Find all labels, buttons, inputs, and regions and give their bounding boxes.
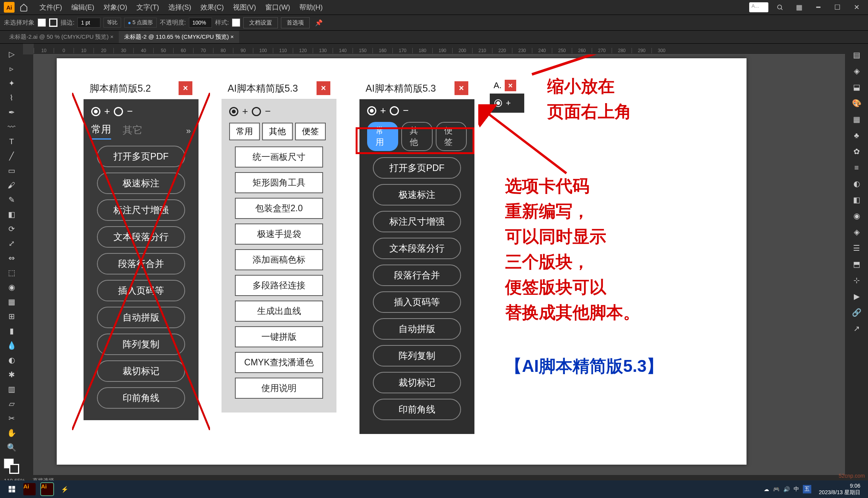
panel-mini-close[interactable]: × <box>505 80 516 91</box>
preferences-button[interactable]: 首选项 <box>281 17 310 28</box>
shaper-tool[interactable]: ✎ <box>2 192 21 207</box>
script-button[interactable]: 包装盒型2.0 <box>235 198 323 219</box>
magic-wand-tool[interactable]: ✦ <box>2 76 21 90</box>
width-tool[interactable]: ⇔ <box>2 251 21 265</box>
script-button[interactable]: 插入页码等 <box>373 291 461 313</box>
script-button[interactable]: CMYK查找潘通色 <box>235 352 323 373</box>
script-button[interactable]: 添加画稿色标 <box>235 249 323 270</box>
taskbar-ai-1[interactable]: Ai <box>21 482 38 496</box>
hand-tool[interactable]: ✋ <box>2 426 21 440</box>
panel-52-tab-common[interactable]: 常用 <box>91 123 111 140</box>
radio-icon[interactable] <box>114 107 123 116</box>
script-button[interactable]: 标注尺寸增强 <box>373 211 461 232</box>
panel-53d-close[interactable]: × <box>455 81 468 95</box>
lasso-tool[interactable]: ⌇ <box>2 90 21 105</box>
pen-tool[interactable]: ✒ <box>2 105 21 120</box>
artboard-tool[interactable]: ▱ <box>2 396 21 411</box>
canvas[interactable]: 脚本精简版5.2 × + − 常用 其它 » 打开多页PDF极速标注标注尺寸增强… <box>34 54 845 475</box>
script-button[interactable]: 印前角线 <box>373 399 461 420</box>
swatches-icon[interactable]: ▦ <box>847 111 866 127</box>
maximize-button[interactable]: ☐ <box>830 2 845 13</box>
panel-53l-tab-notes[interactable]: 便签 <box>295 123 326 140</box>
shape-builder-tool[interactable]: ◉ <box>2 280 21 294</box>
panel-53l-tab-other[interactable]: 其他 <box>262 123 293 140</box>
layers-icon[interactable]: ◈ <box>847 63 866 79</box>
tray-ime2-icon[interactable]: 五 <box>803 485 811 493</box>
expand-icon[interactable]: » <box>186 126 191 136</box>
menu-select[interactable]: 选择(S) <box>164 3 196 12</box>
gradient-icon[interactable]: ◐ <box>847 176 866 192</box>
panel-52-close[interactable]: × <box>179 81 192 95</box>
taskbar-app-3[interactable]: ⚡ <box>57 482 73 496</box>
menu-object[interactable]: 对象(O) <box>99 3 132 12</box>
script-button[interactable]: 自动拼版 <box>97 307 185 328</box>
script-button[interactable]: 文本段落分行 <box>97 226 185 248</box>
panel-53l-close[interactable]: × <box>317 81 330 95</box>
transform-icon[interactable]: ⊹ <box>847 272 866 288</box>
script-button[interactable]: 生成出血线 <box>235 301 323 322</box>
free-transform-tool[interactable]: ⬚ <box>2 265 21 280</box>
direct-selection-tool[interactable]: ▹ <box>2 61 21 76</box>
color-icon[interactable]: 🎨 <box>847 95 866 111</box>
script-button[interactable]: 印前角线 <box>97 387 185 409</box>
scale-tool[interactable]: ⤢ <box>2 236 21 251</box>
script-button[interactable]: 阵列复制 <box>373 345 461 367</box>
radio-icon[interactable] <box>252 107 261 116</box>
eyedropper-tool[interactable]: 💧 <box>2 338 21 353</box>
blend-tool[interactable]: ◐ <box>2 353 21 367</box>
menu-file[interactable]: 文件(F) <box>35 3 67 12</box>
menu-type[interactable]: 文字(T) <box>132 3 164 12</box>
script-button[interactable]: 自动拼版 <box>373 318 461 340</box>
pathfinder-icon[interactable]: ⬒ <box>847 256 866 272</box>
doc-tab-1[interactable]: 未标题-2.ai @ 50 % (CMYK/CPU 预览) × <box>4 31 119 43</box>
script-button[interactable]: 极速标注 <box>373 184 461 205</box>
rectangle-tool[interactable]: ▭ <box>2 163 21 178</box>
stroke-icon[interactable]: ≡ <box>847 159 866 176</box>
taskbar-ai-2[interactable]: Ai <box>39 482 55 496</box>
script-button[interactable]: 一键拼版 <box>235 326 323 347</box>
selection-tool[interactable]: ▷ <box>2 47 21 61</box>
actions-icon[interactable]: ▶ <box>847 288 866 304</box>
doc-setup-button[interactable]: 文档设置 <box>243 17 278 28</box>
script-button[interactable]: 段落行合并 <box>97 253 185 274</box>
doc-tab-2[interactable]: 未标题-2 @ 110.65 % (CMYK/CPU 预览) × <box>119 31 239 43</box>
appearance-icon[interactable]: ◉ <box>847 208 866 224</box>
gradient-tool[interactable]: ▮ <box>2 324 21 338</box>
pin-icon[interactable]: 📌 <box>315 19 323 26</box>
properties-icon[interactable]: ▤ <box>847 47 866 63</box>
tray-icon[interactable]: 🔊 <box>783 486 790 492</box>
menu-edit[interactable]: 编辑(E) <box>67 3 99 12</box>
start-button[interactable] <box>4 482 20 496</box>
system-clock[interactable]: 9:06 2023/8/13 星期日 <box>819 483 860 496</box>
mesh-tool[interactable]: ⊞ <box>2 309 21 324</box>
tray-ime-icon[interactable]: 中 <box>794 486 799 493</box>
menu-view[interactable]: 视图(V) <box>228 3 261 12</box>
align-icon[interactable]: ☰ <box>847 240 866 256</box>
search-input[interactable]: A... <box>749 2 768 12</box>
symbols-icon[interactable]: ✿ <box>847 143 866 159</box>
symbol-sprayer-tool[interactable]: ✱ <box>2 367 21 382</box>
home-icon[interactable] <box>18 2 29 13</box>
script-button[interactable]: 段落行合并 <box>373 265 461 286</box>
script-button[interactable]: 裁切标记 <box>97 360 185 382</box>
graph-tool[interactable]: ▥ <box>2 382 21 396</box>
stroke-weight-input[interactable] <box>77 18 100 28</box>
script-button[interactable]: 标注尺寸增强 <box>97 199 185 221</box>
script-button[interactable]: 使用说明 <box>235 378 323 399</box>
links-icon[interactable]: 🔗 <box>847 304 866 320</box>
libraries-icon[interactable]: ⬓ <box>847 79 866 95</box>
tray-icon[interactable]: 🎮 <box>773 486 779 492</box>
transparency-icon[interactable]: ◧ <box>847 192 866 208</box>
script-button[interactable]: 多段路径连接 <box>235 275 323 296</box>
uniform-dropdown[interactable]: 等比 <box>103 18 121 28</box>
graphic-styles-icon[interactable]: ◈ <box>847 224 866 240</box>
zoom-tool[interactable]: 🔍 <box>2 440 21 455</box>
opacity-input[interactable] <box>189 18 212 28</box>
script-button[interactable]: 裁切标记 <box>373 372 461 393</box>
arrange-icon[interactable]: ▦ <box>791 2 807 13</box>
script-button[interactable]: 打开多页PDF <box>97 146 185 167</box>
radio-icon[interactable] <box>229 107 238 116</box>
script-button[interactable]: 阵列复制 <box>97 334 185 355</box>
fill-swatch[interactable] <box>38 18 46 27</box>
radio-icon[interactable] <box>91 107 100 116</box>
